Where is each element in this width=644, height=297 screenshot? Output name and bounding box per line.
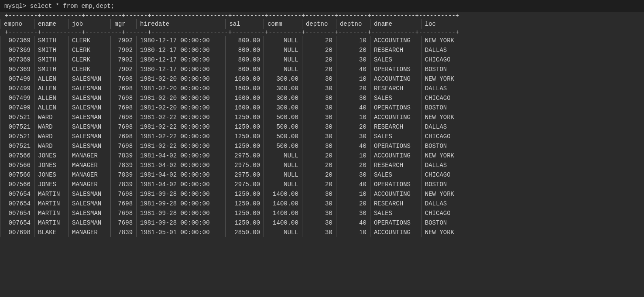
table-row: 007654MARTINSALESMAN76981981-09-28 00:00… [0,189,464,199]
cell-mgr: 7698 [111,208,137,218]
cell-comm: NULL [264,160,302,170]
cell-mgr: 7839 [111,170,137,180]
cell-mgr: 7698 [111,141,137,151]
col-header-empno: empno [0,19,34,29]
cell-empno: 007566 [0,170,34,180]
cell-deptno: 20 [302,36,336,45]
cell-dname: OPERATIONS [370,65,421,74]
cell-deptno: 20 [336,84,370,93]
cell-loc: CHICAGO [421,170,463,180]
cell-deptno: 10 [336,36,370,45]
cell-empno: 007369 [0,55,34,65]
table-row: 007566JONESMANAGER78391981-04-02 00:00:0… [0,160,464,170]
cell-comm: NULL [264,180,302,189]
cell-job: MANAGER [69,170,111,180]
cell-comm: 1400.00 [264,208,302,218]
cell-mgr: 7698 [111,132,137,141]
table-row: 007369SMITHCLERK79021980-12-17 00:00:008… [0,36,464,45]
cell-sal: 1250.00 [226,199,264,208]
cell-comm: NULL [264,228,302,237]
cell-job: SALESMAN [69,93,111,103]
table-row: 007654MARTINSALESMAN76981981-09-28 00:00… [0,218,464,228]
cell-sal: 1600.00 [226,103,264,113]
result-table: +--------+-----------+----------+------+… [0,12,463,237]
cell-empno: 007654 [0,218,34,228]
cell-ename: SMITH [34,65,69,74]
cell-dname: OPERATIONS [370,141,421,151]
cell-deptno: 20 [336,199,370,208]
cell-job: CLERK [69,36,111,45]
cell-deptno: 30 [336,132,370,141]
cell-mgr: 7902 [111,65,137,74]
cell-dname: ACCOUNTING [370,151,421,160]
cell-ename: JONES [34,160,69,170]
cell-sal: 800.00 [226,65,264,74]
table-row: 007566JONESMANAGER78391981-04-02 00:00:0… [0,180,464,189]
cell-dname: ACCOUNTING [370,113,421,122]
cell-empno: 007369 [0,36,34,45]
cell-deptno: 20 [302,55,336,65]
cell-loc: DALLAS [421,84,463,93]
cell-empno: 007566 [0,151,34,160]
cell-deptno: 40 [336,141,370,151]
cell-deptno: 20 [302,160,336,170]
cell-sal: 1250.00 [226,218,264,228]
cell-mgr: 7698 [111,84,137,93]
cell-job: MANAGER [69,228,111,237]
cell-comm: 500.00 [264,122,302,132]
cell-dname: ACCOUNTING [370,36,421,45]
cell-empno: 007369 [0,45,34,55]
cell-ename: SMITH [34,36,69,45]
table-row: 007521WARDSALESMAN76981981-02-22 00:00:0… [0,132,464,141]
cell-mgr: 7902 [111,45,137,55]
cell-ename: MARTIN [34,218,69,228]
table-row: 007369SMITHCLERK79021980-12-17 00:00:008… [0,45,464,55]
cell-job: SALESMAN [69,141,111,151]
cell-sal: 1250.00 [226,189,264,199]
cell-empno: 007499 [0,74,34,84]
cell-deptno: 30 [302,74,336,84]
cell-loc: BOSTON [421,180,463,189]
cell-ename: WARD [34,132,69,141]
cell-empno: 007654 [0,199,34,208]
cell-hiredate: 1981-04-02 00:00:00 [137,170,226,180]
table-row: 007521WARDSALESMAN76981981-02-22 00:00:0… [0,113,464,122]
cell-job: MANAGER [69,151,111,160]
cell-deptno: 30 [336,170,370,180]
cell-sal: 2975.00 [226,151,264,160]
cell-hiredate: 1980-12-17 00:00:00 [137,36,226,45]
cell-sal: 1600.00 [226,84,264,93]
cell-mgr: 7698 [111,93,137,103]
table-row: 007521WARDSALESMAN76981981-02-22 00:00:0… [0,122,464,132]
table-row: 007566JONESMANAGER78391981-04-02 00:00:0… [0,151,464,160]
cell-ename: WARD [34,141,69,151]
separator-line: +--------+-----------+----------+------+… [0,12,464,19]
cell-deptno: 30 [302,208,336,218]
cell-deptno: 30 [302,122,336,132]
cell-comm: 300.00 [264,103,302,113]
cell-mgr: 7698 [111,74,137,84]
cell-dname: RESEARCH [370,84,421,93]
cell-loc: BOSTON [421,65,463,74]
cell-deptno: 10 [336,228,370,237]
col-header-comm: comm [264,19,302,29]
cell-ename: SMITH [34,45,69,55]
cell-loc: NEW YORK [421,36,463,45]
cell-loc: DALLAS [421,122,463,132]
cell-job: SALESMAN [69,208,111,218]
cell-dname: RESEARCH [370,199,421,208]
cell-dname: OPERATIONS [370,218,421,228]
cell-sal: 1250.00 [226,122,264,132]
cell-hiredate: 1981-09-28 00:00:00 [137,199,226,208]
col-header-loc: loc [421,19,463,29]
cell-ename: ALLEN [34,74,69,84]
cell-job: SALESMAN [69,189,111,199]
cell-empno: 007654 [0,208,34,218]
cell-job: SALESMAN [69,132,111,141]
cell-deptno: 20 [302,151,336,160]
col-header-deptno: deptno [336,19,370,29]
cell-sal: 2975.00 [226,160,264,170]
cell-hiredate: 1981-04-02 00:00:00 [137,151,226,160]
cell-loc: CHICAGO [421,55,463,65]
cell-mgr: 7839 [111,180,137,189]
